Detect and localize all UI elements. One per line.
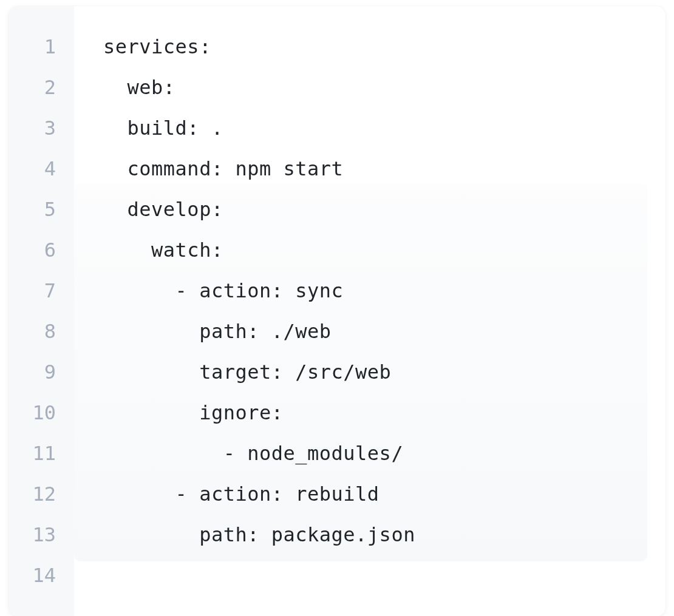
line-number: 10 bbox=[9, 393, 74, 433]
line-number: 1 bbox=[9, 27, 74, 67]
code-line: services: bbox=[103, 27, 665, 67]
line-number: 14 bbox=[9, 555, 74, 596]
code-line: - node_modules/ bbox=[103, 433, 665, 474]
code-line: - action: rebuild bbox=[103, 474, 665, 515]
code-line: path: ./web bbox=[103, 311, 665, 352]
code-line: command: npm start bbox=[103, 149, 665, 189]
code-line: - action: sync bbox=[103, 271, 665, 311]
code-content[interactable]: services: web: build: . command: npm sta… bbox=[74, 6, 665, 616]
line-number: 12 bbox=[9, 474, 74, 515]
code-line: watch: bbox=[103, 230, 665, 271]
line-number: 6 bbox=[9, 230, 74, 271]
line-number-gutter: 1 2 3 4 5 6 7 8 9 10 11 12 13 14 bbox=[9, 6, 74, 616]
line-number: 13 bbox=[9, 515, 74, 555]
code-line bbox=[103, 555, 665, 596]
line-number: 5 bbox=[9, 189, 74, 230]
code-line: path: package.json bbox=[103, 515, 665, 555]
code-line: ignore: bbox=[103, 393, 665, 433]
code-line: target: /src/web bbox=[103, 352, 665, 393]
line-number: 9 bbox=[9, 352, 74, 393]
line-number: 7 bbox=[9, 271, 74, 311]
line-number: 3 bbox=[9, 108, 74, 149]
line-number: 4 bbox=[9, 149, 74, 189]
code-line: web: bbox=[103, 67, 665, 108]
code-block: 1 2 3 4 5 6 7 8 9 10 11 12 13 14 service… bbox=[9, 6, 665, 616]
line-number: 2 bbox=[9, 67, 74, 108]
code-line: develop: bbox=[103, 189, 665, 230]
line-number: 8 bbox=[9, 311, 74, 352]
code-line: build: . bbox=[103, 108, 665, 149]
line-number: 11 bbox=[9, 433, 74, 474]
